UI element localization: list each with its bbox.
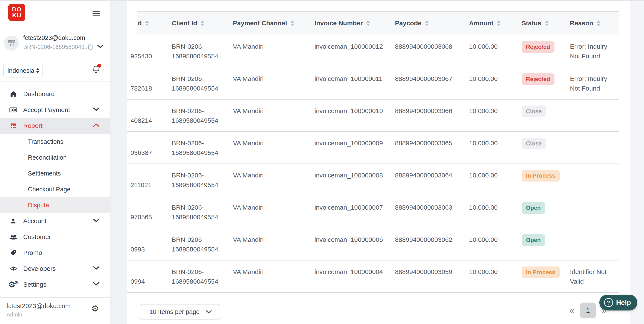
chevron-down-icon: [93, 282, 100, 286]
help-button[interactable]: ? Help: [599, 295, 637, 311]
dispute-report-page: DO KU fctest2023@doku.com BRN-0206-16895…: [0, 0, 644, 324]
table-row: 408214 BRN-0206-1689580049554 VA Mandiri…: [127, 100, 619, 132]
column-header-status[interactable]: Status: [522, 19, 570, 27]
sidebar-item-promo[interactable]: Promo: [0, 245, 110, 261]
paycode-cell: 8889940000003059: [395, 261, 469, 292]
copy-icon[interactable]: [86, 43, 93, 50]
payment-channel-cell: VA Mandiri: [233, 100, 314, 131]
sidebar-item-accept-payment[interactable]: Accept Payment: [0, 102, 110, 118]
sidebar-item-transactions[interactable]: Transactions: [0, 134, 110, 150]
column-header-paycode[interactable]: Paycode: [395, 19, 469, 27]
sidebar-item-reconciliation[interactable]: Reconciliation: [0, 150, 110, 165]
table-row: 036387 BRN-0206-1689580049554 VA Mandiri…: [127, 132, 619, 164]
sidebar-item-checkout-page[interactable]: Checkout Page: [0, 181, 110, 197]
client-id-cell: BRN-0206-1689580049554: [172, 67, 233, 99]
sidebar: DO KU fctest2023@doku.com BRN-0206-16895…: [0, 0, 110, 324]
status-badge: Close: [522, 106, 546, 117]
previous-page-button[interactable]: «: [570, 303, 574, 319]
sidebar-item-report[interactable]: Report: [0, 118, 110, 134]
paycode-cell: 8889940000003068: [395, 35, 469, 67]
chevron-down-icon[interactable]: [97, 44, 104, 48]
table-row: 970565 BRN-0206-1689580049554 VA Mandiri…: [127, 196, 619, 228]
banknote-icon: [8, 106, 18, 113]
client-id-cell: BRN-0206-1689580049554: [172, 196, 233, 228]
paycode-cell: 8889940000003066: [395, 100, 469, 131]
client-id-cell: BRN-0206-1689580049554: [172, 164, 233, 196]
page-number-button[interactable]: 1: [580, 303, 596, 319]
transaction-id-partial: 036387: [130, 148, 172, 157]
country-select[interactable]: Indonesia: [4, 64, 43, 77]
amount-cell: 10,000.00: [469, 100, 522, 131]
amount-cell: 10,000.00: [469, 35, 522, 67]
reason-cell: Error: Inquiry Not Found: [570, 35, 619, 67]
doku-logo[interactable]: DO KU: [8, 4, 25, 21]
gears-icon: ⚙⚙: [8, 281, 18, 289]
items-per-page-value: 10 Items per page: [150, 308, 200, 316]
page-right-background: [630, 0, 644, 324]
hamburger-menu-icon[interactable]: [92, 11, 100, 17]
invoice-number-cell: invoiceman_100000011: [314, 67, 395, 99]
status-badge: Open: [522, 234, 545, 246]
column-header-invoice-number[interactable]: Invoice Number: [314, 19, 395, 27]
amount-cell: 10,000.00: [469, 196, 522, 228]
footer-user-role: Admin: [6, 311, 22, 318]
reason-cell: [570, 164, 619, 196]
table-row: 925430 BRN-0206-1689580049554 VA Mandiri…: [127, 35, 619, 67]
status-badge: Open: [522, 202, 545, 214]
column-header-client-id[interactable]: Client Id: [172, 19, 233, 27]
transaction-id-partial: 0994: [130, 277, 172, 286]
status-badge: In Process: [522, 267, 560, 278]
sidebar-item-dashboard[interactable]: Dashboard: [0, 86, 110, 102]
notification-dot: [97, 64, 101, 68]
client-id-cell: BRN-0206-1689580049554: [172, 261, 233, 292]
sidebar-item-settlements[interactable]: Settlements: [0, 165, 110, 181]
sidebar-item-settings[interactable]: ⚙⚙ Settings: [0, 277, 110, 293]
payment-channel-cell: VA Mandiri: [233, 261, 314, 292]
promo-tag-icon: [8, 249, 18, 256]
paycode-cell: 8889940000003064: [395, 164, 469, 196]
merchant-id: BRN-0206-1689580049...: [23, 44, 89, 50]
transaction-id-partial: 408214: [130, 116, 172, 125]
client-id-cell: BRN-0206-1689580049554: [172, 35, 233, 67]
select-arrows-icon: [36, 68, 40, 73]
invoice-number-cell: invoiceman_100000006: [314, 228, 395, 260]
column-header-amount[interactable]: Amount: [469, 19, 522, 27]
payment-channel-cell: VA Mandiri: [233, 228, 314, 260]
table-row: 211021 BRN-0206-1689580049554 VA Mandiri…: [127, 164, 619, 196]
payment-channel-cell: VA Mandiri: [233, 67, 314, 99]
sort-icon: [596, 20, 600, 26]
sidebar-item-customer[interactable]: Customer: [0, 229, 110, 245]
payment-channel-cell: VA Mandiri: [233, 196, 314, 228]
sidebar-item-account[interactable]: Account: [0, 213, 110, 229]
status-badge: Close: [522, 138, 546, 149]
items-per-page-select[interactable]: 10 Items per page: [140, 304, 220, 320]
merchant-email: fctest2023@doku.com: [23, 34, 85, 41]
transaction-id-partial: 0993: [130, 244, 172, 254]
chevron-down-icon: [93, 266, 100, 270]
column-header-reason[interactable]: Reason: [570, 19, 619, 27]
notifications-bell[interactable]: [91, 65, 101, 75]
person-icon: [8, 217, 18, 225]
paycode-cell: 8889940000003067: [395, 67, 469, 99]
storefront-icon: [7, 39, 16, 47]
transaction-id-partial: 970565: [130, 212, 172, 222]
status-badge: Rejected: [522, 73, 554, 85]
gear-icon[interactable]: ⚙: [91, 304, 99, 313]
client-id-cell: BRN-0206-1689580049554: [172, 228, 233, 260]
sidebar-item-dispute[interactable]: Dispute: [0, 197, 110, 213]
column-header-id[interactable]: d: [138, 19, 172, 27]
paycode-cell: 8889940000003062: [395, 228, 469, 260]
invoice-number-cell: invoiceman_100000009: [314, 132, 395, 164]
table-body: 925430 BRN-0206-1689580049554 VA Mandiri…: [127, 35, 619, 293]
payment-channel-cell: VA Mandiri: [233, 35, 314, 67]
reason-cell: [570, 100, 619, 131]
merchant-account-section[interactable]: fctest2023@doku.com BRN-0206-1689580049.…: [0, 28, 110, 59]
chevron-down-icon: [93, 107, 100, 111]
column-header-payment-channel[interactable]: Payment Channel: [233, 19, 314, 27]
country-select-value: Indonesia: [7, 67, 34, 74]
sidebar-item-developers[interactable]: </> Developers: [0, 261, 110, 277]
paycode-cell: 8889940000003063: [395, 196, 469, 228]
footer-user-email: fctest2023@doku.com: [6, 302, 71, 310]
sort-icon: [545, 20, 549, 26]
sort-icon: [200, 20, 204, 26]
